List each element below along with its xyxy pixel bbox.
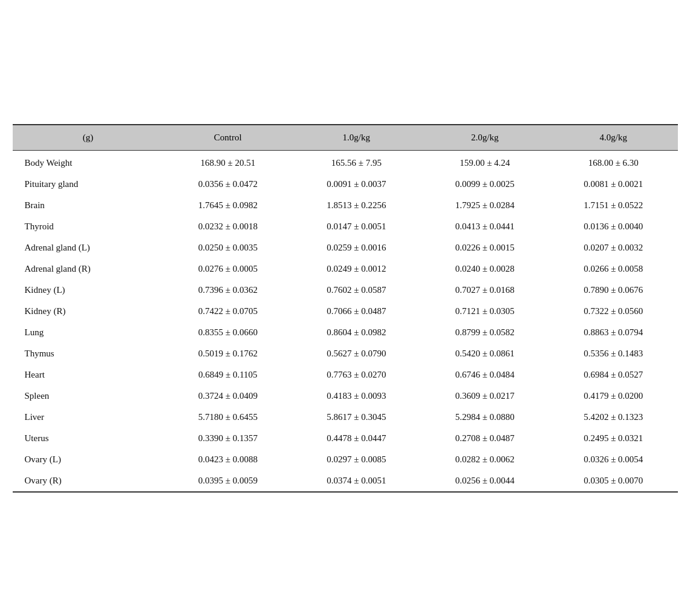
organ-value: 0.0091 ± 0.0037 <box>292 174 420 195</box>
table-row: Uterus0.3390 ± 0.13570.4478 ± 0.04470.27… <box>13 428 678 449</box>
organ-value: 0.0326 ± 0.0054 <box>549 449 678 470</box>
organ-value: 5.2984 ± 0.0880 <box>421 407 549 428</box>
table-row: Brain1.7645 ± 0.09821.8513 ± 0.22561.792… <box>13 195 678 216</box>
table-row: Ovary (R)0.0395 ± 0.00590.0374 ± 0.00510… <box>13 470 678 491</box>
organ-value: 0.5627 ± 0.0790 <box>292 343 420 364</box>
organ-value: 1.7925 ± 0.0284 <box>421 195 549 216</box>
table-row: Kidney (R)0.7422 ± 0.07050.7066 ± 0.0487… <box>13 301 678 322</box>
col-header-dose1: 1.0g/kg <box>292 125 420 151</box>
table-row: Pituitary gland0.0356 ± 0.04720.0091 ± 0… <box>13 174 678 195</box>
organ-name: Brain <box>13 195 164 216</box>
organ-value: 0.7322 ± 0.0560 <box>549 301 678 322</box>
organ-name: Spleen <box>13 385 164 407</box>
organ-name: Uterus <box>13 428 164 449</box>
organ-name: Ovary (L) <box>13 449 164 470</box>
organ-value: 0.0356 ± 0.0472 <box>164 174 292 195</box>
organ-value: 0.0266 ± 0.0058 <box>549 258 678 280</box>
organ-value: 0.4183 ± 0.0093 <box>292 385 420 407</box>
organ-value: 0.5019 ± 0.1762 <box>164 343 292 364</box>
organ-value: 1.7151 ± 0.0522 <box>549 195 678 216</box>
organ-value: 0.6984 ± 0.0527 <box>549 364 678 385</box>
organ-value: 0.5356 ± 0.1483 <box>549 343 678 364</box>
organ-weight-table: (g) Control 1.0g/kg 2.0g/kg 4.0g/kg Body… <box>13 124 678 493</box>
organ-value: 5.7180 ± 0.6455 <box>164 407 292 428</box>
organ-name: Lung <box>13 322 164 343</box>
organ-name: Kidney (L) <box>13 280 164 301</box>
organ-value: 0.6746 ± 0.0484 <box>421 364 549 385</box>
organ-value: 0.0305 ± 0.0070 <box>549 470 678 491</box>
table-row: Adrenal gland (L)0.0250 ± 0.00350.0259 ±… <box>13 237 678 258</box>
organ-name: Liver <box>13 407 164 428</box>
organ-value: 0.7890 ± 0.0676 <box>549 280 678 301</box>
organ-value: 0.7396 ± 0.0362 <box>164 280 292 301</box>
organ-value: 0.2495 ± 0.0321 <box>549 428 678 449</box>
organ-value: 0.0413 ± 0.0441 <box>421 216 549 237</box>
organ-name: Adrenal gland (L) <box>13 237 164 258</box>
organ-value: 0.0276 ± 0.0005 <box>164 258 292 280</box>
table-row: Liver5.7180 ± 0.64555.8617 ± 0.30455.298… <box>13 407 678 428</box>
organ-value: 5.8617 ± 0.3045 <box>292 407 420 428</box>
organ-value: 0.0395 ± 0.0059 <box>164 470 292 491</box>
organ-value: 0.6849 ± 0.1105 <box>164 364 292 385</box>
organ-value: 0.0099 ± 0.0025 <box>421 174 549 195</box>
organ-name: Thymus <box>13 343 164 364</box>
organ-value: 0.0226 ± 0.0015 <box>421 237 549 258</box>
organ-value: 0.3390 ± 0.1357 <box>164 428 292 449</box>
organ-value: 0.8604 ± 0.0982 <box>292 322 420 343</box>
organ-value: 0.5420 ± 0.0861 <box>421 343 549 364</box>
organ-value: 0.0136 ± 0.0040 <box>549 216 678 237</box>
organ-value: 0.0081 ± 0.0021 <box>549 174 678 195</box>
organ-value: 0.0282 ± 0.0062 <box>421 449 549 470</box>
organ-value: 0.0249 ± 0.0012 <box>292 258 420 280</box>
table-row: Heart0.6849 ± 0.11050.7763 ± 0.02700.674… <box>13 364 678 385</box>
organ-value: 0.4478 ± 0.0447 <box>292 428 420 449</box>
organ-value: 0.7602 ± 0.0587 <box>292 280 420 301</box>
organ-value: 159.00 ± 4.24 <box>421 150 549 174</box>
organ-name: Pituitary gland <box>13 174 164 195</box>
organ-value: 0.8355 ± 0.0660 <box>164 322 292 343</box>
table-row: Lung0.8355 ± 0.06600.8604 ± 0.09820.8799… <box>13 322 678 343</box>
organ-value: 0.0256 ± 0.0044 <box>421 470 549 491</box>
organ-value: 165.56 ± 7.95 <box>292 150 420 174</box>
col-header-organ: (g) <box>13 125 164 151</box>
table-row: Ovary (L)0.0423 ± 0.00880.0297 ± 0.00850… <box>13 449 678 470</box>
table-header-row: (g) Control 1.0g/kg 2.0g/kg 4.0g/kg <box>13 125 678 151</box>
organ-value: 1.7645 ± 0.0982 <box>164 195 292 216</box>
col-header-dose3: 4.0g/kg <box>549 125 678 151</box>
col-header-control: Control <box>164 125 292 151</box>
organ-value: 0.0147 ± 0.0051 <box>292 216 420 237</box>
organ-value: 1.8513 ± 0.2256 <box>292 195 420 216</box>
col-header-dose2: 2.0g/kg <box>421 125 549 151</box>
organ-value: 0.0297 ± 0.0085 <box>292 449 420 470</box>
organ-value: 0.0240 ± 0.0028 <box>421 258 549 280</box>
table-row: Body Weight168.90 ± 20.51165.56 ± 7.9515… <box>13 150 678 174</box>
organ-name: Kidney (R) <box>13 301 164 322</box>
organ-value: 0.7027 ± 0.0168 <box>421 280 549 301</box>
organ-name: Ovary (R) <box>13 470 164 491</box>
organ-value: 168.90 ± 20.51 <box>164 150 292 174</box>
table-row: Thymus0.5019 ± 0.17620.5627 ± 0.07900.54… <box>13 343 678 364</box>
organ-name: Thyroid <box>13 216 164 237</box>
organ-value: 0.0259 ± 0.0016 <box>292 237 420 258</box>
organ-value: 5.4202 ± 0.1323 <box>549 407 678 428</box>
table-row: Thyroid0.0232 ± 0.00180.0147 ± 0.00510.0… <box>13 216 678 237</box>
organ-value: 0.3724 ± 0.0409 <box>164 385 292 407</box>
organ-name: Body Weight <box>13 150 164 174</box>
organ-value: 0.0374 ± 0.0051 <box>292 470 420 491</box>
organ-value: 0.4179 ± 0.0200 <box>549 385 678 407</box>
organ-value: 0.2708 ± 0.0487 <box>421 428 549 449</box>
organ-value: 0.3609 ± 0.0217 <box>421 385 549 407</box>
table-row: Kidney (L)0.7396 ± 0.03620.7602 ± 0.0587… <box>13 280 678 301</box>
organ-value: 0.8863 ± 0.0794 <box>549 322 678 343</box>
organ-value: 0.0423 ± 0.0088 <box>164 449 292 470</box>
organ-value: 168.00 ± 6.30 <box>549 150 678 174</box>
organ-name: Adrenal gland (R) <box>13 258 164 280</box>
organ-value: 0.0207 ± 0.0032 <box>549 237 678 258</box>
table-row: Spleen0.3724 ± 0.04090.4183 ± 0.00930.36… <box>13 385 678 407</box>
table-row: Adrenal gland (R)0.0276 ± 0.00050.0249 ±… <box>13 258 678 280</box>
organ-value: 0.7763 ± 0.0270 <box>292 364 420 385</box>
organ-value: 0.8799 ± 0.0582 <box>421 322 549 343</box>
organ-value: 0.7422 ± 0.0705 <box>164 301 292 322</box>
organ-value: 0.0250 ± 0.0035 <box>164 237 292 258</box>
organ-name: Heart <box>13 364 164 385</box>
